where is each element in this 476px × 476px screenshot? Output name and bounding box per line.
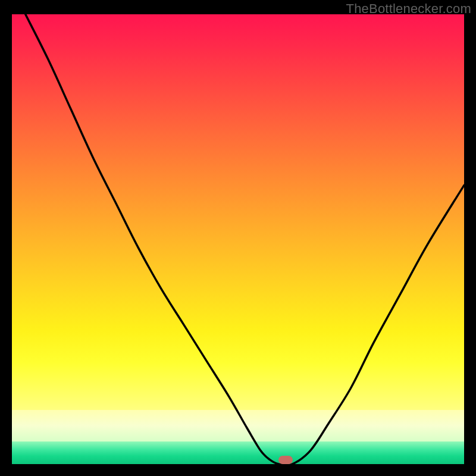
plot-area xyxy=(12,14,464,464)
watermark-text: TheBottlenecker.com xyxy=(346,1,471,17)
bottleneck-curve xyxy=(12,14,464,464)
optimum-marker xyxy=(278,456,293,464)
chart-frame: TheBottlenecker.com xyxy=(0,0,476,476)
curve-path xyxy=(26,14,464,464)
